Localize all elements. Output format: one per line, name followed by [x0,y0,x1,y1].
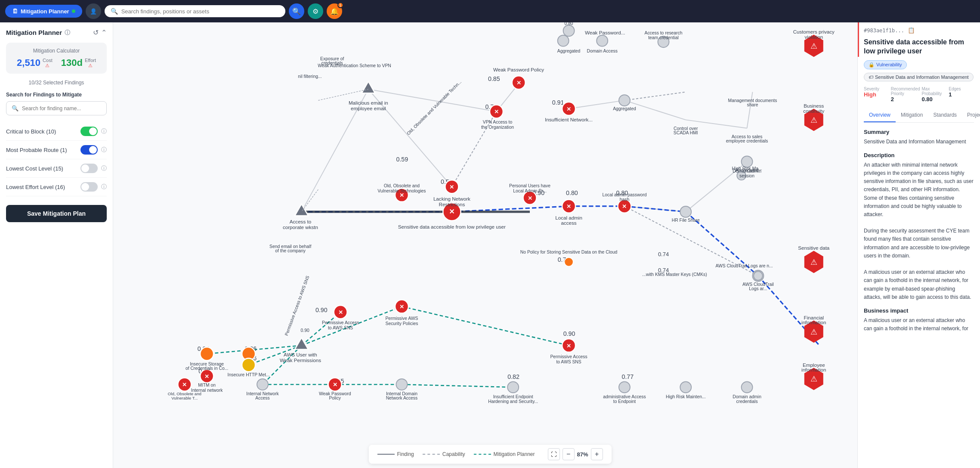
svg-text:Vulnerable Technologies: Vulnerable Technologies [377,189,426,193]
cost-toggle[interactable] [80,164,98,173]
svg-text:Sensitive data accessible from: Sensitive data accessible from low privi… [398,224,506,229]
svg-text:VPN Access to: VPN Access to [483,120,513,124]
expand-button[interactable]: ⛶ [548,448,560,460]
svg-point-183 [564,257,573,267]
filter-effort: Lowest Effort Level (16) ⓘ [6,178,107,196]
filter-button[interactable]: ⚙ [308,3,323,19]
svg-text:Local admin password: Local admin password [602,192,646,197]
svg-text:✕: ✕ [566,106,571,112]
svg-text:⚠: ⚠ [810,116,817,124]
svg-text:✕: ✕ [516,80,521,86]
svg-text:Hardening and Security...: Hardening and Security... [488,399,538,404]
vulnerability-tag: 🔒 Vulnerability [864,60,907,69]
sidebar-actions: ↺ ⌃ [93,28,107,37]
tab-project[interactable]: Project [962,108,980,122]
sensitive-tag: 🏷 Sensitive Data and Information Managem… [864,73,974,81]
effort-info-icon[interactable]: ⓘ [101,183,107,191]
sidebar-header: Mitigation Planner ⓘ ↺ ⌃ [6,28,107,37]
svg-text:credentials: credentials [736,399,758,404]
svg-text:✕: ✕ [528,195,532,201]
legend-capability: Capability [423,451,465,457]
tag-icon: 🏷 [869,74,873,80]
svg-point-88 [396,379,408,390]
notification-button[interactable]: 🔔 1 [327,3,342,19]
tab-mitigation[interactable]: Mitigation [896,108,928,122]
svg-text:Domain Access: Domain Access [587,49,618,53]
summary-title: Summary [864,129,974,135]
effort-toggle[interactable] [80,182,98,192]
svg-text:violation: violation [804,34,823,40]
collapse-button[interactable]: ⌃ [101,28,107,37]
svg-text:✕: ✕ [333,381,337,388]
search-findings-label: Search for Findings to Mitigate [6,92,107,98]
search-bar: 🔍 [105,5,285,17]
svg-text:✕: ✕ [566,203,571,210]
svg-text:0.91: 0.91 [552,99,564,106]
graph-canvas[interactable]: 0.85 0.91 0.70 0.55 0.59 0.90 0.80 0.80 … [113,22,857,468]
filter-cost: Lowest Cost Level (15) ⓘ [6,159,107,178]
svg-text:Malicious email in: Malicious email in [349,100,388,105]
critical-toggle[interactable] [80,127,98,136]
svg-text:0.90: 0.90 [301,328,309,333]
finding-id-text: #983ae1f1b... [864,28,904,34]
svg-text:✕: ✕ [204,373,209,380]
zoom-out-button[interactable]: − [563,448,575,460]
svg-text:0.82: 0.82 [507,373,519,380]
svg-point-171 [597,35,608,46]
copy-button[interactable]: 📋 [908,27,915,34]
svg-text:0.80: 0.80 [566,189,578,196]
svg-point-90 [619,381,630,393]
description-text: An attacker with minimal internal networ… [864,161,974,301]
search-button[interactable]: 🔍 [289,3,304,19]
info-icon[interactable]: ⓘ [65,29,70,37]
svg-text:0.85: 0.85 [488,75,500,82]
probable-info-icon[interactable]: ⓘ [101,146,107,154]
secondary-nav-button[interactable]: 👤 [86,3,101,19]
description-title: Description [864,152,974,158]
svg-marker-86 [295,338,308,349]
probable-toggle[interactable] [80,145,98,155]
svg-text:corporate wkstn: corporate wkstn [283,224,318,230]
severity-meta: Severity High [864,87,889,102]
tab-overview[interactable]: Overview [864,108,896,122]
save-mitigation-plan-button[interactable]: Save Mitigation Plan [6,205,107,222]
svg-text:⚠: ⚠ [810,328,817,336]
svg-line-24 [624,92,686,100]
svg-point-89 [507,381,519,393]
legend-mitigation: Mitigation Planner [473,451,535,457]
svg-text:Sensitive data: Sensitive data [798,245,830,251]
cost-info-icon[interactable]: ⓘ [101,164,107,172]
legend-finding: Finding [377,451,414,457]
critical-info-icon[interactable]: ⓘ [101,127,107,135]
svg-text:Local Admin Pr...: Local Admin Pr... [513,189,547,193]
svg-line-197 [302,189,318,212]
search-findings-input-wrap: 🔍 [6,101,107,115]
svg-point-91 [680,381,691,393]
svg-marker-83 [362,81,375,93]
effort-alert: ⚠ [85,63,96,68]
svg-text:0.80: 0.80 [564,22,573,26]
refresh-button[interactable]: ↺ [93,28,99,37]
svg-text:...with KMS Master Keys (CMKs): ...with KMS Master Keys (CMKs) [642,272,707,277]
tab-standards[interactable]: Standards [928,108,962,122]
filter-critical: Critical to Block (10) ⓘ [6,122,107,141]
mitigation-line [473,454,491,455]
filter-probable: Most Probable Route (1) ⓘ [6,141,107,159]
svg-text:0.59: 0.59 [396,156,408,163]
search-findings-input[interactable] [22,105,101,112]
svg-text:✕: ✕ [399,304,404,310]
zoom-in-button[interactable]: + [591,448,603,460]
svg-text:Weak Password Policy: Weak Password Policy [493,67,544,72]
svg-text:of the company: of the company [275,248,306,253]
svg-text:employee email: employee email [351,105,386,111]
mitigation-planner-button[interactable]: 🗓 Mitigation Planner [5,5,82,18]
svg-text:Permissive AWS: Permissive AWS [385,316,418,321]
search-input[interactable] [121,8,279,15]
finding-line [377,454,394,455]
svg-text:Permissive Access: Permissive Access [322,320,359,325]
business-impact-text: A malicious user or an external attacker… [864,316,974,333]
meta-grid: Severity High Recommended Priority 2 Max… [864,87,974,102]
svg-text:AWS CloudTrail Logs are n...: AWS CloudTrail Logs are n... [716,263,773,268]
edges-meta: Edges 1 [949,87,974,102]
calculator-values: 2,510 Cost ⚠ 130d Effort ⚠ [11,57,102,68]
